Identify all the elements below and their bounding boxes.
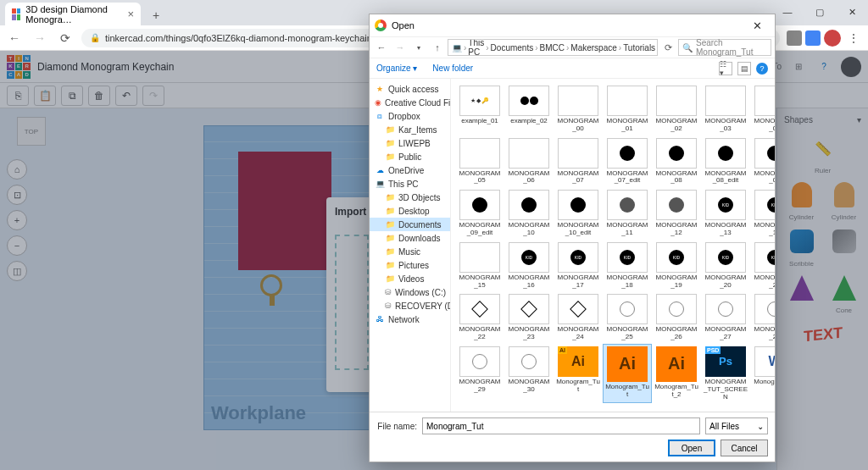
file-item[interactable]: MONOGRAM_03 [702, 84, 749, 135]
tab-close-icon[interactable]: × [127, 8, 134, 20]
sidebar-item[interactable]: 🖧Network [370, 312, 450, 326]
file-item[interactable]: KIDMONOGRAM_19 [653, 241, 700, 291]
view-mode-button[interactable]: ☷ ▾ [719, 62, 732, 75]
file-item[interactable]: MONOGRAM_15 [456, 241, 504, 291]
sidebar-item[interactable]: ⧈Dropbox [370, 109, 450, 123]
window-maximize[interactable]: ▢ [804, 0, 836, 24]
file-item[interactable]: MONOGRAM_00 [554, 84, 602, 135]
file-item[interactable]: MONOGRAM_09 [751, 136, 775, 187]
file-item[interactable]: MONOGRAM_08_edit [702, 136, 749, 187]
folder-icon: ⛁ [385, 301, 392, 311]
file-item[interactable]: MONOGRAM_02 [653, 84, 700, 135]
file-item[interactable]: KIDMONOGRAM_21 [751, 241, 775, 291]
sidebar-item[interactable]: ★Quick access [370, 82, 450, 96]
browser-menu-icon[interactable]: ⋮ [844, 29, 863, 47]
file-item[interactable]: example_02 [505, 84, 553, 135]
file-item[interactable]: MONOGRAM_25 [604, 292, 651, 343]
file-item[interactable]: AIAiMonogram_Tut [554, 345, 602, 402]
preview-pane-button[interactable]: ▤ [737, 62, 751, 75]
file-thumbnail [607, 138, 648, 169]
file-item[interactable]: AiMonogram_Tut_2 [653, 345, 700, 402]
file-item[interactable]: ★◆🔑example_01 [456, 84, 504, 135]
file-item[interactable]: KIDMONOGRAM_13 [702, 188, 749, 239]
file-item[interactable]: MONOGRAM_24 [554, 292, 602, 343]
sidebar-item[interactable]: 📁LIWEPB [370, 136, 450, 150]
sidebar-item[interactable]: ⛁RECOVERY (D:) [370, 299, 450, 312]
file-item[interactable]: MONOGRAM_11 [604, 188, 651, 239]
file-filter-select[interactable]: All Files⌄ [705, 417, 768, 434]
file-item[interactable]: MONOGRAM_29 [456, 345, 504, 402]
file-label: MONOGRAM_05 [458, 170, 502, 185]
file-item[interactable]: MONOGRAM_05 [456, 136, 504, 187]
file-item[interactable]: MONOGRAM_09_edit [456, 188, 504, 239]
file-item[interactable]: KIDMONOGRAM_14 [751, 188, 775, 239]
extension-icon[interactable] [787, 30, 802, 46]
organize-button[interactable]: Organize ▾ [376, 64, 417, 73]
nav-up-button[interactable]: ↑ [429, 39, 446, 56]
sidebar-item[interactable]: 💻This PC [370, 177, 450, 191]
file-item[interactable]: KIDMONOGRAM_18 [604, 241, 651, 291]
new-folder-button[interactable]: New folder [432, 64, 473, 73]
file-label: MONOGRAM_06 [507, 170, 551, 185]
nav-forward-button[interactable]: → [392, 39, 409, 56]
chevron-down-icon: ⌄ [757, 422, 764, 431]
file-item[interactable]: KIDMONOGRAM_17 [554, 241, 602, 291]
profile-avatar[interactable] [824, 30, 841, 47]
browser-forward[interactable]: → [31, 29, 49, 47]
window-close[interactable]: ✕ [836, 0, 868, 24]
extension-icon[interactable] [805, 30, 821, 46]
file-item[interactable]: MONOGRAM_06 [505, 136, 553, 187]
file-label: example_01 [461, 118, 498, 125]
file-item[interactable]: MONOGRAM_30 [505, 345, 553, 402]
sidebar-item[interactable]: 📁Videos [370, 272, 450, 285]
file-item[interactable]: MONOGRAM_23 [505, 292, 553, 343]
help-icon[interactable]: ? [756, 63, 768, 75]
sidebar-item[interactable]: 📁Kar_Items [370, 123, 450, 136]
sidebar-item[interactable]: 📁Desktop [370, 204, 450, 218]
file-item[interactable]: MONOGRAM_07 [554, 136, 602, 187]
file-item[interactable]: MONOGRAM_08 [653, 136, 700, 187]
sidebar-item[interactable]: 📁Documents [370, 218, 450, 231]
new-tab-button[interactable]: + [146, 5, 166, 25]
window-minimize[interactable]: — [771, 0, 804, 24]
sidebar-item[interactable]: 📁Public [370, 150, 450, 163]
file-item[interactable]: MONOGRAM_04 [751, 84, 775, 135]
file-item[interactable]: MONOGRAM_07_edit [604, 136, 651, 187]
sidebar-item[interactable]: 📁Downloads [370, 231, 450, 245]
sidebar-item[interactable]: 📁Pictures [370, 258, 450, 272]
nav-back-button[interactable]: ← [373, 39, 390, 56]
sidebar-item[interactable]: ⛁Windows (C:) [370, 285, 450, 299]
nav-refresh-button[interactable]: ⟳ [659, 39, 676, 56]
folder-icon: 📁 [385, 246, 395, 257]
file-item[interactable]: MONOGRAM_27 [702, 292, 749, 343]
file-item[interactable]: AiMonogram_Tut [604, 345, 651, 402]
file-item[interactable]: WMonogramTut [751, 345, 775, 402]
cancel-button[interactable]: Cancel [721, 440, 768, 456]
sidebar-item[interactable]: 📁Music [370, 245, 450, 258]
dialog-close-button[interactable]: ✕ [744, 19, 770, 32]
file-item[interactable]: MONOGRAM_10_edit [554, 188, 602, 239]
file-item[interactable]: MONOGRAM_10 [505, 188, 553, 239]
file-item[interactable]: MONOGRAM_22 [456, 292, 504, 343]
folder-icon: 💻 [375, 179, 385, 189]
browser-back[interactable]: ← [5, 29, 24, 47]
sidebar-item[interactable]: ◉Creative Cloud Files [370, 96, 450, 109]
search-input[interactable]: 🔍 Search Monogram_Tut [678, 39, 771, 56]
nav-dropdown-icon[interactable]: ▾ [410, 39, 427, 56]
file-thumbnail [558, 294, 598, 324]
file-item[interactable]: MONOGRAM_12 [653, 188, 700, 239]
browser-reload[interactable]: ⟳ [56, 29, 75, 47]
file-item[interactable]: PSDPsMONOGRAM_TUT_SCREEN [702, 345, 749, 402]
file-item[interactable]: MONOGRAM_26 [653, 292, 700, 343]
file-thumbnail: KID [754, 190, 775, 220]
file-item[interactable]: KIDMONOGRAM_16 [505, 241, 553, 291]
sidebar-item[interactable]: ☁OneDrive [370, 163, 450, 177]
open-button[interactable]: Open [668, 440, 715, 456]
sidebar-item[interactable]: 📁3D Objects [370, 191, 450, 204]
file-item[interactable]: KIDMONOGRAM_20 [702, 241, 749, 291]
filename-input[interactable] [422, 417, 700, 434]
file-item[interactable]: MONOGRAM_01 [604, 84, 651, 135]
file-item[interactable]: MONOGRAM_28 [751, 292, 775, 343]
browser-tab[interactable]: 3D design Diamond Monogra… × [5, 3, 141, 25]
breadcrumb[interactable]: 💻 ›This PC ›Documents ›BMCC ›Makerspace … [448, 39, 658, 56]
